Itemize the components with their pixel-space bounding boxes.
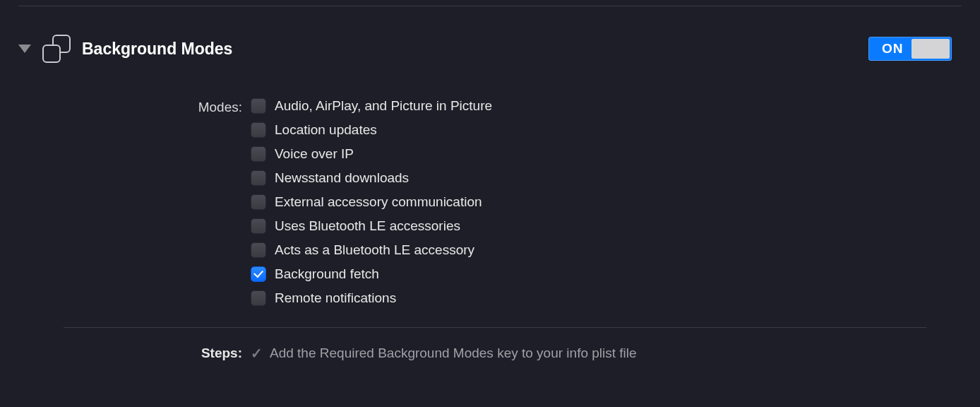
mode-checkbox-bluetooth-acts[interactable]: [251, 242, 266, 258]
toggle-on-label: ON: [869, 41, 904, 57]
mode-checkbox-newsstand[interactable]: [251, 170, 266, 186]
mode-checkbox-background-fetch[interactable]: [251, 266, 266, 282]
steps-label: Steps:: [0, 346, 242, 361]
modes-list: Audio, AirPlay, and Picture in Picture L…: [251, 98, 492, 306]
mode-checkbox-bluetooth-uses[interactable]: [251, 218, 266, 234]
mode-item: Acts as a Bluetooth LE accessory: [251, 242, 492, 258]
mode-checkbox-external-accessory[interactable]: [251, 194, 266, 210]
checkmark-icon: ✓: [251, 345, 263, 362]
background-modes-icon: [42, 35, 71, 63]
mode-checkbox-voip[interactable]: [251, 146, 266, 162]
mode-item: Remote notifications: [251, 290, 492, 306]
mode-label: Remote notifications: [275, 290, 396, 306]
mode-label: Voice over IP: [275, 146, 354, 162]
mode-item: Audio, AirPlay, and Picture in Picture: [251, 98, 492, 114]
disclosure-triangle-icon[interactable]: [18, 45, 31, 53]
modes-section: Modes: Audio, AirPlay, and Picture in Pi…: [0, 63, 980, 306]
mode-item: Background fetch: [251, 266, 492, 282]
steps-section: Steps: ✓ Add the Required Background Mod…: [0, 328, 980, 362]
modes-label: Modes:: [0, 98, 242, 115]
mode-item: Location updates: [251, 122, 492, 138]
step-item: ✓ Add the Required Background Modes key …: [251, 345, 637, 362]
toggle-knob: [912, 39, 950, 59]
mode-label: Uses Bluetooth LE accessories: [275, 218, 460, 234]
mode-item: Uses Bluetooth LE accessories: [251, 218, 492, 234]
mode-label: Newsstand downloads: [275, 170, 409, 186]
mode-checkbox-audio[interactable]: [251, 98, 266, 114]
mode-item: Newsstand downloads: [251, 170, 492, 186]
mode-item: Voice over IP: [251, 146, 492, 162]
capability-header: Background Modes ON: [0, 6, 980, 63]
mode-label: Location updates: [275, 122, 377, 138]
mode-checkbox-location[interactable]: [251, 122, 266, 138]
capability-toggle[interactable]: ON: [868, 37, 952, 61]
mode-label: Audio, AirPlay, and Picture in Picture: [275, 98, 492, 114]
mode-label: Background fetch: [275, 266, 379, 282]
mode-checkbox-remote-notifications[interactable]: [251, 290, 266, 306]
mode-label: External accessory communication: [275, 194, 482, 210]
mode-item: External accessory communication: [251, 194, 492, 210]
capability-title: Background Modes: [82, 40, 868, 59]
step-text: Add the Required Background Modes key to…: [270, 346, 637, 361]
mode-label: Acts as a Bluetooth LE accessory: [275, 242, 474, 258]
